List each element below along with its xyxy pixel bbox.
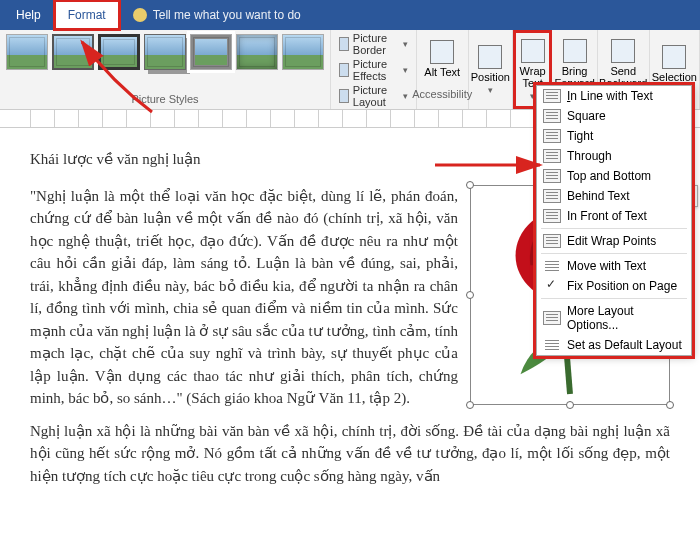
group-label-accessibility: Accessibility — [412, 84, 472, 100]
resize-handle[interactable] — [466, 291, 474, 299]
menu-edit-wrap-points[interactable]: Edit Wrap Points — [537, 231, 691, 251]
alt-text-button[interactable]: Alt Text Accessibility — [417, 30, 469, 109]
style-thumb[interactable] — [6, 34, 48, 70]
wrap-front-icon — [543, 209, 561, 223]
picture-options: Picture Border▾ Picture Effects▾ Picture… — [331, 30, 417, 109]
picture-styles-group: Picture Styles — [0, 30, 331, 109]
annotation-arrow — [430, 140, 550, 190]
alt-text-icon — [430, 40, 454, 64]
bring-forward-icon — [563, 39, 587, 63]
selection-pane-icon — [662, 45, 686, 69]
annotation-arrow — [72, 32, 162, 122]
resize-handle[interactable] — [666, 401, 674, 409]
position-button[interactable]: Position▾ — [469, 30, 513, 109]
picture-layout-button[interactable]: Picture Layout▾ — [339, 84, 408, 108]
wrap-text-menu: IIn Line with Textn Line with Text Squar… — [536, 85, 692, 356]
resize-handle[interactable] — [566, 401, 574, 409]
border-icon — [339, 37, 349, 51]
menu-inline[interactable]: IIn Line with Textn Line with Text — [537, 86, 691, 106]
menu-separator — [541, 228, 687, 229]
layout-icon — [339, 89, 349, 103]
tell-me-label: Tell me what you want to do — [153, 8, 301, 22]
style-thumb[interactable] — [236, 34, 278, 70]
style-thumb[interactable] — [190, 34, 232, 70]
tab-format[interactable]: Format — [53, 0, 121, 31]
blank-icon — [543, 338, 561, 352]
menu-separator — [541, 253, 687, 254]
edit-points-icon — [543, 234, 561, 248]
menu-move-with-text[interactable]: Move with Text — [537, 256, 691, 276]
bulb-icon — [133, 8, 147, 22]
radio-icon — [543, 259, 561, 273]
style-thumb[interactable] — [282, 34, 324, 70]
menu-top-bottom[interactable]: Top and Bottom — [537, 166, 691, 186]
menu-behind[interactable]: Behind Text — [537, 186, 691, 206]
title-tabs: Help Format Tell me what you want to do — [0, 0, 700, 30]
menu-set-default[interactable]: Set as Default Layout — [537, 335, 691, 355]
wrap-inline-icon — [543, 89, 561, 103]
effects-icon — [339, 63, 349, 77]
more-layout-icon — [543, 311, 561, 325]
wrap-square-icon — [543, 109, 561, 123]
wrap-behind-icon — [543, 189, 561, 203]
menu-through[interactable]: Through — [537, 146, 691, 166]
send-backward-icon — [611, 39, 635, 63]
menu-square[interactable]: Square — [537, 106, 691, 126]
wrap-text-icon — [521, 39, 545, 63]
menu-fix-position[interactable]: Fix Position on Page — [537, 276, 691, 296]
tab-help[interactable]: Help — [4, 2, 53, 28]
tell-me-search[interactable]: Tell me what you want to do — [133, 8, 301, 22]
resize-handle[interactable] — [466, 401, 474, 409]
menu-front[interactable]: In Front of Text — [537, 206, 691, 226]
position-icon — [478, 45, 502, 69]
menu-tight[interactable]: Tight — [537, 126, 691, 146]
check-icon — [543, 279, 561, 293]
doc-paragraph: Nghị luận xã hội là những bài văn bàn về… — [30, 420, 670, 488]
menu-separator — [541, 298, 687, 299]
picture-effects-button[interactable]: Picture Effects▾ — [339, 58, 408, 82]
picture-border-button[interactable]: Picture Border▾ — [339, 32, 408, 56]
menu-more-layout[interactable]: More Layout Options... — [537, 301, 691, 335]
